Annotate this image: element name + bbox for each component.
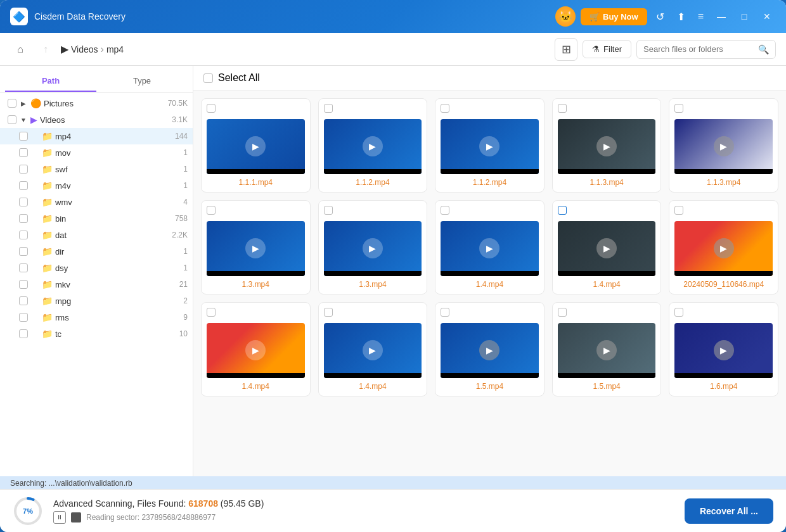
status-bar: Searching: ...\validation\validation.rb — [0, 476, 786, 489]
user-avatar[interactable]: 🐱 — [555, 6, 576, 27]
buy-now-button[interactable]: 🛒 Buy Now — [581, 8, 647, 25]
file-11-checkbox[interactable] — [207, 308, 216, 317]
file-card-6[interactable]: ▶ 1.3.mp4 — [201, 200, 311, 294]
stop-button[interactable] — [71, 512, 81, 522]
file-card-14[interactable]: ▶ 1.5.mp4 — [552, 302, 662, 396]
mpg-checkbox[interactable] — [19, 296, 28, 305]
videos-checkbox[interactable] — [8, 115, 16, 124]
m4v-checkbox[interactable] — [19, 181, 28, 190]
mpg-count: 2 — [183, 296, 188, 305]
close-button[interactable]: ✕ — [758, 8, 776, 25]
tab-type[interactable]: Type — [96, 71, 188, 92]
sidebar-item-tc[interactable]: 📁 tc 10 — [0, 326, 193, 342]
search-icon[interactable]: 🔍 — [758, 44, 769, 54]
breadcrumb-mp4[interactable]: mp4 — [106, 44, 124, 54]
file-9-checkbox[interactable] — [558, 206, 567, 215]
file-7-checkbox[interactable] — [324, 206, 333, 215]
grid-view-button[interactable]: ⊞ — [555, 38, 577, 61]
home-button[interactable]: ⌂ — [10, 39, 30, 60]
refresh-icon[interactable]: ↺ — [652, 8, 668, 25]
file-grid: ▶ 1.1.1.mp4 ▶ 1.1.2.mp4 ▶ — [193, 91, 786, 476]
videos-expand[interactable]: ▼ — [19, 117, 28, 124]
file-8-name: 1.4.mp4 — [441, 280, 539, 289]
select-all-label[interactable]: Select All — [218, 72, 260, 84]
bin-checkbox[interactable] — [19, 214, 28, 223]
search-input[interactable] — [643, 44, 754, 54]
wmv-checkbox[interactable] — [19, 198, 28, 206]
file-card-4[interactable]: ▶ 1.1.3.mp4 — [552, 98, 662, 193]
tc-label: tc — [55, 329, 174, 339]
pictures-expand[interactable]: ▶ — [19, 100, 28, 107]
sidebar-item-dat[interactable]: 📁 dat 2.2K — [0, 227, 193, 243]
minimize-button[interactable]: — — [712, 8, 730, 25]
upload-icon[interactable]: ⬆ — [673, 8, 689, 25]
swf-folder-icon: 📁 — [42, 164, 53, 174]
sidebar-item-mov[interactable]: 📁 mov 1 — [0, 144, 193, 161]
sidebar-item-mkv[interactable]: 📁 mkv 21 — [0, 276, 193, 293]
mkv-checkbox[interactable] — [19, 280, 28, 289]
file-card-3[interactable]: ▶ 1.1.2.mp4 — [435, 98, 544, 193]
sidebar: Path Type ▶ 🟠 Pictures 70.5K ▼ ▶ Video — [0, 66, 193, 476]
videos-label: Videos — [40, 115, 167, 125]
sidebar-item-bin[interactable]: 📁 bin 758 — [0, 210, 193, 227]
file-card-15[interactable]: ▶ 1.6.mp4 — [669, 302, 778, 396]
file-1-checkbox[interactable] — [207, 104, 216, 113]
menu-icon[interactable]: ≡ — [694, 8, 707, 25]
sidebar-item-dir[interactable]: 📁 dir 1 — [0, 243, 193, 260]
file-6-thumb: ▶ — [207, 221, 305, 276]
sidebar-item-dsy[interactable]: 📁 dsy 1 — [0, 260, 193, 276]
swf-checkbox[interactable] — [19, 165, 28, 174]
file-4-checkbox[interactable] — [558, 104, 567, 113]
file-3-checkbox[interactable] — [441, 104, 449, 113]
mov-count: 1 — [183, 148, 188, 157]
file-card-12[interactable]: ▶ 1.4.mp4 — [318, 302, 428, 396]
back-button[interactable]: ↑ — [35, 39, 56, 60]
sidebar-item-pictures[interactable]: ▶ 🟠 Pictures 70.5K — [0, 95, 193, 111]
videos-count: 3.1K — [172, 115, 188, 124]
file-card-10[interactable]: ▶ 20240509_110646.mp4 — [669, 200, 778, 294]
dir-checkbox[interactable] — [19, 247, 28, 256]
main-content: Path Type ▶ 🟠 Pictures 70.5K ▼ ▶ Video — [0, 66, 786, 476]
file-card-5[interactable]: ▶ 1.1.3.mp4 — [669, 98, 778, 193]
file-card-9[interactable]: ▶ 1.4.mp4 — [552, 200, 662, 294]
pictures-checkbox[interactable] — [8, 99, 16, 108]
pause-button[interactable]: ⏸ — [53, 511, 66, 524]
recover-all-button[interactable]: Recover All ... — [685, 498, 773, 524]
sidebar-item-videos[interactable]: ▼ ▶ Videos 3.1K — [0, 111, 193, 128]
rms-checkbox[interactable] — [19, 313, 28, 322]
dat-checkbox[interactable] — [19, 231, 28, 239]
file-10-checkbox[interactable] — [674, 206, 683, 215]
sidebar-item-wmv[interactable]: 📁 wmv 4 — [0, 194, 193, 210]
file-card-7[interactable]: ▶ 1.3.mp4 — [318, 200, 428, 294]
mov-checkbox[interactable] — [19, 148, 28, 157]
sidebar-item-rms[interactable]: 📁 rms 9 — [0, 309, 193, 326]
breadcrumb-videos[interactable]: ▶ Videos — [61, 43, 98, 55]
sidebar-item-mpg[interactable]: 📁 mpg 2 — [0, 293, 193, 309]
file-card-8[interactable]: ▶ 1.4.mp4 — [435, 200, 544, 294]
file-5-checkbox[interactable] — [674, 104, 683, 113]
dsy-checkbox[interactable] — [19, 263, 28, 272]
sidebar-item-swf[interactable]: 📁 swf 1 — [0, 161, 193, 177]
select-all-checkbox[interactable] — [203, 73, 213, 83]
dir-label: dir — [55, 247, 178, 256]
file-card-11[interactable]: ▶ 1.4.mp4 — [201, 302, 311, 396]
filter-button[interactable]: ⚗ Filter — [583, 40, 631, 58]
file-14-checkbox[interactable] — [558, 308, 567, 317]
file-13-checkbox[interactable] — [441, 308, 449, 317]
breadcrumb: ▶ Videos › mp4 — [61, 43, 550, 55]
file-card-1[interactable]: ▶ 1.1.1.mp4 — [201, 98, 311, 193]
file-2-checkbox[interactable] — [324, 104, 333, 113]
file-card-2[interactable]: ▶ 1.1.2.mp4 — [318, 98, 428, 193]
file-12-checkbox[interactable] — [324, 308, 333, 317]
file-15-checkbox[interactable] — [674, 308, 683, 317]
sidebar-item-mp4[interactable]: 📁 mp4 144 — [0, 128, 193, 144]
mp4-checkbox[interactable] — [19, 132, 28, 141]
tc-checkbox[interactable] — [19, 329, 28, 338]
tab-path[interactable]: Path — [5, 71, 96, 92]
file-9-name: 1.4.mp4 — [558, 280, 656, 289]
file-6-checkbox[interactable] — [207, 206, 216, 215]
sidebar-item-m4v[interactable]: 📁 m4v 1 — [0, 177, 193, 194]
file-8-checkbox[interactable] — [441, 206, 449, 215]
maximize-button[interactable]: □ — [735, 8, 753, 25]
file-card-13[interactable]: ▶ 1.5.mp4 — [435, 302, 544, 396]
